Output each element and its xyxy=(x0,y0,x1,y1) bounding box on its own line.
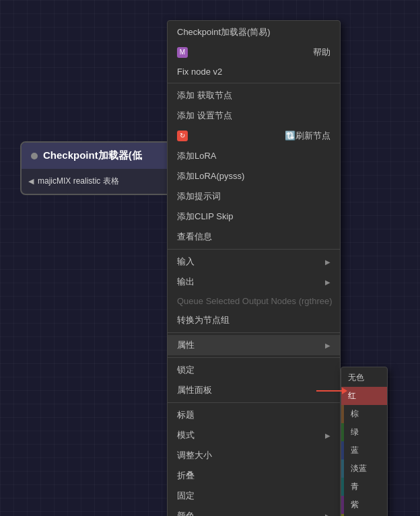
color-label: 紫 xyxy=(351,500,359,509)
menu-separator xyxy=(168,332,340,333)
menu-item-resize[interactable]: 调整大小 xyxy=(168,445,340,466)
menu-item-mode[interactable]: 模式 xyxy=(168,425,340,445)
menu-item-label: 属性 xyxy=(177,339,195,351)
menu-item-label: 调整大小 xyxy=(177,449,212,462)
menu-item-label: Fix node v2 xyxy=(177,67,222,77)
menu-item-add-lora[interactable]: 添加LoRA xyxy=(168,146,340,166)
refresh-icon: ↻ xyxy=(177,131,188,141)
color-label: 棕 xyxy=(351,409,359,418)
menu-item-lock[interactable]: 锁定 xyxy=(168,360,340,380)
menu-item-title[interactable]: 标题 xyxy=(168,405,340,425)
color-item-cyan[interactable]: 青 xyxy=(341,478,387,496)
arrow-indicator xyxy=(316,390,343,392)
menu-item-help[interactable]: M帮助 xyxy=(168,42,340,63)
node-row-value: majicMIX realistic 表格 xyxy=(38,176,119,187)
menu-item-color[interactable]: 颜色 xyxy=(168,506,340,516)
color-label: 红 xyxy=(348,391,356,400)
menu-item-label: 标题 xyxy=(177,409,195,421)
menu-item-label: 添加提示词 xyxy=(177,190,221,202)
menu-item-label: 折叠 xyxy=(177,470,195,482)
node-dot xyxy=(31,153,38,159)
menu-item-add-lora-pysss[interactable]: 添加LoRA(pysss) xyxy=(168,166,340,186)
color-item-light-blue[interactable]: 淡蓝 xyxy=(341,459,387,478)
menu-item-label: Queue Selected Output Nodes (rgthree) xyxy=(177,296,332,306)
color-label: 蓝 xyxy=(351,445,359,455)
color-label: 青 xyxy=(351,482,359,491)
color-item-green[interactable]: 绿 xyxy=(341,423,387,441)
menu-item-checkpoint-loader[interactable]: Checkpoint加载器(简易) xyxy=(168,22,340,42)
menu-item-label: 🔃刷新节点 xyxy=(285,130,330,142)
color-label: 绿 xyxy=(351,427,359,437)
menu-item-label: 添加 获取节点 xyxy=(177,89,232,102)
menu-item-output[interactable]: 输出 xyxy=(168,272,340,292)
menu-item-label: 固定 xyxy=(177,490,195,502)
menu-item-refresh-node[interactable]: ↻🔃刷新节点 xyxy=(168,126,340,146)
context-menu: Checkpoint加载器(简易)M帮助Fix node v2添加 获取节点添加… xyxy=(167,20,341,516)
menu-item-pin[interactable]: 固定 xyxy=(168,486,340,506)
menu-item-label: 转换为节点组 xyxy=(177,314,230,326)
menu-item-label: 输出 xyxy=(177,276,195,288)
menu-item-label: 添加LoRA(pysss) xyxy=(177,170,244,182)
menu-item-label: Checkpoint加载器(简易) xyxy=(177,26,271,38)
menu-separator xyxy=(168,357,340,358)
menu-item-fix-node-v2[interactable]: Fix node v2 xyxy=(168,63,340,81)
menu-item-add-hint[interactable]: 添加提示词 xyxy=(168,186,340,207)
menu-item-view-info[interactable]: 查看信息 xyxy=(168,227,340,247)
menu-item-label: 查看信息 xyxy=(177,231,212,243)
menu-item-label: 属性面板 xyxy=(177,384,212,396)
menu-item-add-set-node[interactable]: 添加 设置节点 xyxy=(168,106,340,126)
color-item-brown[interactable]: 棕 xyxy=(341,405,387,423)
menu-item-add-clip-skip[interactable]: 添加CLIP Skip xyxy=(168,207,340,227)
menu-item-label: 锁定 xyxy=(177,364,195,376)
color-submenu: 无色红棕绿蓝淡蓝青紫黄 xyxy=(341,367,388,516)
menu-item-label: 添加 设置节点 xyxy=(177,110,232,122)
color-label: 淡蓝 xyxy=(351,464,367,473)
menu-item-properties-panel[interactable]: 属性面板 xyxy=(168,380,340,400)
menu-separator xyxy=(168,83,340,83)
color-item-purple[interactable]: 紫 xyxy=(341,496,387,514)
node-title: Checkpoint加载器(低 xyxy=(43,149,142,162)
menu-separator xyxy=(168,249,340,250)
menu-item-label: 输入 xyxy=(177,256,195,268)
menu-item-queue-selected: Queue Selected Output Nodes (rgthree) xyxy=(168,292,340,310)
menu-item-label: 模式 xyxy=(177,429,195,441)
menu-item-label: 添加CLIP Skip xyxy=(177,211,234,223)
menu-item-properties[interactable]: 属性 xyxy=(168,335,340,355)
color-item-no-color[interactable]: 无色 xyxy=(341,369,387,387)
menu-item-collapse[interactable]: 折叠 xyxy=(168,466,340,486)
menu-item-label: 添加LoRA xyxy=(177,150,217,162)
color-item-red[interactable]: 红 xyxy=(341,387,387,405)
menu-item-label: 颜色 xyxy=(177,510,195,516)
menu-item-convert-to-group[interactable]: 转换为节点组 xyxy=(168,310,340,330)
node-row-arrow: ◀ xyxy=(28,177,34,186)
canvas: Checkpoint加载器(低 ◀ majicMIX realistic 表格 … xyxy=(0,0,420,516)
menu-item-label: 帮助 xyxy=(313,46,330,59)
color-item-blue[interactable]: 蓝 xyxy=(341,441,387,459)
menu-separator xyxy=(168,402,340,403)
menu-item-add-get-node[interactable]: 添加 获取节点 xyxy=(168,85,340,106)
mixlab-icon: M xyxy=(177,47,188,58)
menu-item-input[interactable]: 输入 xyxy=(168,252,340,272)
color-label: 无色 xyxy=(348,373,364,382)
